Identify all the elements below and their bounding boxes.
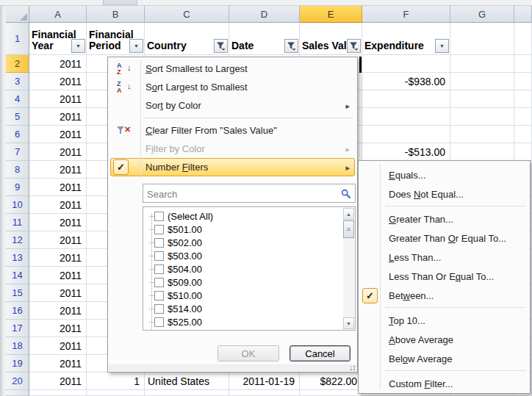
row-header-11[interactable]: 11 xyxy=(6,214,29,231)
submenu-item-equals[interactable]: Equals... xyxy=(361,165,528,184)
submenu-item-below-average[interactable]: Below Average xyxy=(361,349,528,368)
checkbox[interactable] xyxy=(154,331,164,331)
cell-F4[interactable] xyxy=(362,90,450,108)
filter-button-b[interactable]: ▼ xyxy=(129,39,143,53)
submenu-item-between[interactable]: ✓Between... xyxy=(361,286,528,305)
submenu-item-less-than[interactable]: Less Than... xyxy=(361,248,528,267)
row-header-18[interactable]: 18 xyxy=(6,337,29,355)
cancel-button[interactable]: Cancel xyxy=(290,345,351,361)
filter-value-item[interactable]: $509.00 xyxy=(146,276,342,289)
filter-value-item[interactable]: $503.00 xyxy=(146,249,342,262)
row-header-9[interactable]: 9 xyxy=(6,179,29,196)
cell-F5[interactable] xyxy=(362,108,450,126)
cell-B20[interactable]: 1 xyxy=(87,372,145,390)
filter-value-item-partial[interactable] xyxy=(146,328,342,331)
filter-button-a[interactable]: ▼ xyxy=(71,39,85,53)
cell-A9[interactable]: 2011 xyxy=(29,179,87,196)
scroll-thumb[interactable]: ≡ xyxy=(343,220,354,238)
cell-G3[interactable] xyxy=(450,73,514,90)
cell-A17[interactable]: 2011 xyxy=(29,320,87,337)
column-header-A[interactable]: A xyxy=(29,6,87,23)
checkbox[interactable] xyxy=(154,317,164,327)
cell-A15[interactable]: 2011 xyxy=(29,284,87,302)
cell-A18[interactable]: 2011 xyxy=(29,337,87,355)
search-input[interactable] xyxy=(145,186,338,202)
submenu-item-less-than-or-equal-to[interactable]: Less Than Or Equal To... xyxy=(361,267,528,286)
cell-H4[interactable] xyxy=(514,90,532,108)
cell-G1[interactable] xyxy=(450,23,514,55)
cell-F7[interactable]: -$513.00 xyxy=(362,143,450,161)
filter-value-item[interactable]: $510.00 xyxy=(146,289,342,302)
cell-H6[interactable] xyxy=(514,126,532,143)
checkbox[interactable] xyxy=(154,212,164,221)
cell-C21[interactable] xyxy=(145,390,229,396)
cell-A3[interactable]: 2011 xyxy=(29,73,87,90)
cell-E20[interactable]: $822.00 xyxy=(300,372,362,390)
ok-button[interactable]: OK xyxy=(218,345,279,361)
submenu-item-greater-than-or-equal-to[interactable]: Greater Than Or Equal To... xyxy=(361,228,528,248)
checkbox[interactable] xyxy=(154,278,164,287)
row-header-19[interactable]: 19 xyxy=(6,355,29,372)
column-header-partial[interactable] xyxy=(514,6,532,23)
cell-E21[interactable] xyxy=(300,390,362,396)
cell-A20[interactable]: 2011 xyxy=(29,372,87,390)
cell-F3[interactable]: -$938.00 xyxy=(362,73,450,90)
menu-item-clear-filter-from-sales-value[interactable]: ✕Clear Filter From "Sales Value" xyxy=(110,121,355,140)
menu-item-sort-by-color[interactable]: Sort by Color▸ xyxy=(110,96,355,115)
submenu-item-does-not-equal[interactable]: Does Not Equal... xyxy=(361,184,528,204)
search-box[interactable] xyxy=(143,184,356,203)
row-header-20[interactable]: 20 xyxy=(6,372,29,390)
filter-button-e[interactable] xyxy=(347,39,361,53)
cell-A6[interactable]: 2011 xyxy=(29,126,87,143)
checkbox[interactable] xyxy=(154,251,164,261)
cell-D21[interactable] xyxy=(229,390,300,396)
column-header-E[interactable]: E xyxy=(300,6,362,23)
cell-G4[interactable] xyxy=(450,90,514,108)
row-header-4[interactable]: 4 xyxy=(6,90,29,108)
filter-button-d[interactable] xyxy=(284,39,298,53)
cell-F2[interactable] xyxy=(362,55,450,73)
scrollbar[interactable]: ▲ ≡ ▼ xyxy=(343,208,354,329)
checkbox[interactable] xyxy=(154,304,164,314)
column-header-F[interactable]: F xyxy=(362,6,450,23)
filter-value-item[interactable]: $501.00 xyxy=(146,223,342,236)
row-header-16[interactable]: 16 xyxy=(6,302,29,320)
column-header-D[interactable]: D xyxy=(229,6,300,23)
filter-button-f[interactable]: ▼ xyxy=(435,39,449,53)
menu-item-sort-largest-to-smallest[interactable]: ZA↓Sort Largest to Smallest xyxy=(110,78,355,96)
menu-item-number-filters[interactable]: ✓Number Filters▸ xyxy=(110,158,355,176)
cell-A11[interactable]: 2011 xyxy=(29,214,87,231)
cell-G6[interactable] xyxy=(450,126,514,143)
cell-A2[interactable]: 2011 xyxy=(29,55,87,73)
row-header-12[interactable]: 12 xyxy=(6,231,29,249)
cell-H2[interactable] xyxy=(514,55,532,73)
cell-G2[interactable] xyxy=(450,55,514,73)
cell-F6[interactable] xyxy=(362,126,450,143)
column-header-G[interactable]: G xyxy=(450,6,514,23)
checkbox[interactable] xyxy=(154,291,164,300)
filter-value-item[interactable]: $504.00 xyxy=(146,262,342,276)
row-header-21[interactable] xyxy=(6,390,29,396)
row-header-14[interactable]: 14 xyxy=(6,267,29,284)
cell-B21[interactable] xyxy=(87,390,145,396)
cell-A8[interactable]: 2011 xyxy=(29,161,87,179)
cell-C20[interactable]: United States xyxy=(145,372,229,390)
select-all-cell[interactable] xyxy=(6,6,29,23)
cell-G5[interactable] xyxy=(450,108,514,126)
menu-item-sort-smallest-to-largest[interactable]: AZ↓Sort Smallest to Largest xyxy=(110,60,355,78)
resize-grip-icon[interactable] xyxy=(346,363,355,370)
cell-A12[interactable]: 2011 xyxy=(29,231,87,249)
row-header-6[interactable]: 6 xyxy=(6,126,29,143)
row-header-15[interactable]: 15 xyxy=(6,284,29,302)
row-header-1[interactable]: 1 xyxy=(6,23,29,55)
scroll-up-button[interactable]: ▲ xyxy=(343,208,354,220)
cell-D20[interactable]: 2011-01-19 xyxy=(229,372,300,390)
cell-A19[interactable]: 2011 xyxy=(29,355,87,372)
row-header-13[interactable]: 13 xyxy=(6,249,29,267)
cell-A16[interactable]: 2011 xyxy=(29,302,87,320)
checkbox[interactable] xyxy=(154,264,164,274)
row-header-5[interactable]: 5 xyxy=(6,108,29,126)
row-header-3[interactable]: 3 xyxy=(6,73,29,90)
cell-H7[interactable] xyxy=(514,143,532,161)
submenu-item-custom-filter[interactable]: Custom Filter... xyxy=(361,374,528,393)
